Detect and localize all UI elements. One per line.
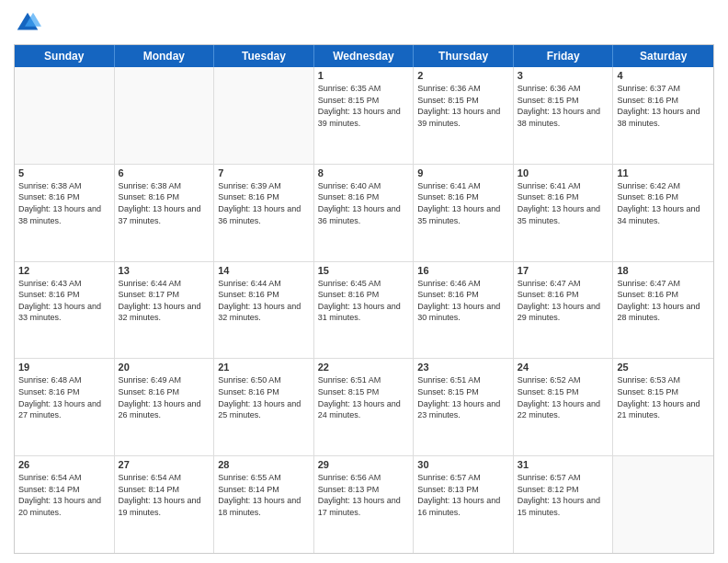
- day-number: 26: [18, 459, 110, 470]
- day-info: Sunrise: 6:45 AMSunset: 8:16 PMDaylight:…: [318, 278, 410, 324]
- calendar-cell: 1Sunrise: 6:35 AMSunset: 8:15 PMDaylight…: [314, 67, 415, 164]
- day-info: Sunrise: 6:39 AMSunset: 8:16 PMDaylight:…: [218, 180, 310, 226]
- day-number: 23: [417, 362, 509, 373]
- day-number: 25: [617, 362, 710, 373]
- logo-icon: [14, 9, 41, 37]
- day-info: Sunrise: 6:41 AMSunset: 8:16 PMDaylight:…: [518, 180, 609, 226]
- day-number: 9: [417, 167, 509, 178]
- day-number: 7: [218, 167, 310, 178]
- calendar-cell: 7Sunrise: 6:39 AMSunset: 8:16 PMDaylight…: [214, 165, 314, 261]
- header: [14, 9, 714, 37]
- day-number: 1: [318, 70, 410, 81]
- calendar-cell: 6Sunrise: 6:38 AMSunset: 8:16 PMDaylight…: [115, 165, 215, 261]
- day-number: 30: [417, 459, 509, 470]
- day-info: Sunrise: 6:44 AMSunset: 8:17 PMDaylight:…: [119, 278, 210, 324]
- calendar-cell: 13Sunrise: 6:44 AMSunset: 8:17 PMDayligh…: [115, 262, 215, 359]
- calendar-cell: 30Sunrise: 6:57 AMSunset: 8:13 PMDayligh…: [414, 456, 514, 553]
- calendar-header: SundayMondayTuesdayWednesdayThursdayFrid…: [15, 45, 713, 67]
- day-number: 22: [318, 362, 410, 373]
- day-number: 6: [119, 167, 210, 178]
- calendar-cell: 14Sunrise: 6:44 AMSunset: 8:16 PMDayligh…: [214, 262, 314, 359]
- calendar-row: 19Sunrise: 6:48 AMSunset: 8:16 PMDayligh…: [15, 359, 713, 456]
- day-number: 18: [617, 265, 710, 276]
- calendar-cell: 3Sunrise: 6:36 AMSunset: 8:15 PMDaylight…: [514, 67, 614, 164]
- day-info: Sunrise: 6:52 AMSunset: 8:15 PMDaylight:…: [518, 374, 609, 420]
- calendar-cell: 22Sunrise: 6:51 AMSunset: 8:15 PMDayligh…: [314, 359, 415, 455]
- day-number: 15: [318, 265, 410, 276]
- calendar-cell: 9Sunrise: 6:41 AMSunset: 8:16 PMDaylight…: [414, 165, 514, 261]
- day-number: 10: [518, 167, 609, 178]
- day-info: Sunrise: 6:37 AMSunset: 8:16 PMDaylight:…: [617, 83, 710, 129]
- cal-header-day: Tuesday: [214, 45, 314, 67]
- calendar-cell: 10Sunrise: 6:41 AMSunset: 8:16 PMDayligh…: [514, 165, 614, 261]
- logo: [14, 9, 45, 37]
- page: SundayMondayTuesdayWednesdayThursdayFrid…: [0, 0, 728, 563]
- calendar-cell: 29Sunrise: 6:56 AMSunset: 8:13 PMDayligh…: [314, 456, 415, 553]
- calendar-cell: 23Sunrise: 6:51 AMSunset: 8:15 PMDayligh…: [414, 359, 514, 455]
- calendar-cell: 2Sunrise: 6:36 AMSunset: 8:15 PMDaylight…: [414, 67, 514, 164]
- calendar-cell: 31Sunrise: 6:57 AMSunset: 8:12 PMDayligh…: [514, 456, 614, 553]
- day-number: 4: [617, 70, 710, 81]
- day-info: Sunrise: 6:47 AMSunset: 8:16 PMDaylight:…: [617, 278, 710, 324]
- calendar-cell: 17Sunrise: 6:47 AMSunset: 8:16 PMDayligh…: [514, 262, 614, 359]
- calendar-row: 26Sunrise: 6:54 AMSunset: 8:14 PMDayligh…: [15, 456, 713, 553]
- day-info: Sunrise: 6:38 AMSunset: 8:16 PMDaylight:…: [18, 180, 110, 226]
- calendar-row: 12Sunrise: 6:43 AMSunset: 8:16 PMDayligh…: [15, 262, 713, 360]
- day-number: 5: [18, 167, 110, 178]
- day-number: 17: [518, 265, 609, 276]
- day-number: 13: [119, 265, 210, 276]
- calendar: SundayMondayTuesdayWednesdayThursdayFrid…: [14, 44, 714, 554]
- day-number: 28: [218, 459, 310, 470]
- cal-header-day: Thursday: [414, 45, 514, 67]
- calendar-cell: 12Sunrise: 6:43 AMSunset: 8:16 PMDayligh…: [15, 262, 115, 359]
- calendar-body: 1Sunrise: 6:35 AMSunset: 8:15 PMDaylight…: [15, 67, 713, 553]
- day-info: Sunrise: 6:42 AMSunset: 8:16 PMDaylight:…: [617, 180, 710, 226]
- cal-header-day: Friday: [514, 45, 614, 67]
- day-number: 27: [119, 459, 210, 470]
- calendar-row: 1Sunrise: 6:35 AMSunset: 8:15 PMDaylight…: [15, 67, 713, 165]
- day-number: 21: [218, 362, 310, 373]
- day-info: Sunrise: 6:54 AMSunset: 8:14 PMDaylight:…: [18, 472, 110, 518]
- calendar-cell: 20Sunrise: 6:49 AMSunset: 8:16 PMDayligh…: [115, 359, 215, 455]
- day-info: Sunrise: 6:57 AMSunset: 8:12 PMDaylight:…: [518, 472, 609, 518]
- calendar-cell: 21Sunrise: 6:50 AMSunset: 8:16 PMDayligh…: [214, 359, 314, 455]
- day-info: Sunrise: 6:48 AMSunset: 8:16 PMDaylight:…: [18, 374, 110, 420]
- day-number: 24: [518, 362, 609, 373]
- day-info: Sunrise: 6:51 AMSunset: 8:15 PMDaylight:…: [417, 374, 509, 420]
- day-number: 20: [119, 362, 210, 373]
- day-info: Sunrise: 6:54 AMSunset: 8:14 PMDaylight:…: [119, 472, 210, 518]
- day-number: 19: [18, 362, 110, 373]
- day-info: Sunrise: 6:38 AMSunset: 8:16 PMDaylight:…: [119, 180, 210, 226]
- cal-header-day: Sunday: [15, 45, 115, 67]
- day-number: 8: [318, 167, 410, 178]
- day-number: 31: [518, 459, 609, 470]
- calendar-cell: 11Sunrise: 6:42 AMSunset: 8:16 PMDayligh…: [613, 165, 713, 261]
- day-number: 2: [417, 70, 509, 81]
- day-info: Sunrise: 6:43 AMSunset: 8:16 PMDaylight:…: [18, 278, 110, 324]
- calendar-cell: [15, 67, 115, 164]
- calendar-cell: 15Sunrise: 6:45 AMSunset: 8:16 PMDayligh…: [314, 262, 415, 359]
- cal-header-day: Wednesday: [314, 45, 415, 67]
- day-number: 29: [318, 459, 410, 470]
- day-number: 16: [417, 265, 509, 276]
- day-number: 14: [218, 265, 310, 276]
- calendar-cell: [115, 67, 215, 164]
- calendar-cell: 8Sunrise: 6:40 AMSunset: 8:16 PMDaylight…: [314, 165, 415, 261]
- calendar-cell: 16Sunrise: 6:46 AMSunset: 8:16 PMDayligh…: [414, 262, 514, 359]
- calendar-cell: 5Sunrise: 6:38 AMSunset: 8:16 PMDaylight…: [15, 165, 115, 261]
- calendar-cell: 27Sunrise: 6:54 AMSunset: 8:14 PMDayligh…: [115, 456, 215, 553]
- day-info: Sunrise: 6:56 AMSunset: 8:13 PMDaylight:…: [318, 472, 410, 518]
- day-info: Sunrise: 6:53 AMSunset: 8:15 PMDaylight:…: [617, 374, 710, 420]
- day-number: 11: [617, 167, 710, 178]
- day-info: Sunrise: 6:51 AMSunset: 8:15 PMDaylight:…: [318, 374, 410, 420]
- day-info: Sunrise: 6:49 AMSunset: 8:16 PMDaylight:…: [119, 374, 210, 420]
- calendar-cell: [613, 456, 713, 553]
- calendar-cell: [214, 67, 314, 164]
- day-info: Sunrise: 6:44 AMSunset: 8:16 PMDaylight:…: [218, 278, 310, 324]
- day-info: Sunrise: 6:36 AMSunset: 8:15 PMDaylight:…: [417, 83, 509, 129]
- calendar-cell: 26Sunrise: 6:54 AMSunset: 8:14 PMDayligh…: [15, 456, 115, 553]
- calendar-cell: 4Sunrise: 6:37 AMSunset: 8:16 PMDaylight…: [613, 67, 713, 164]
- calendar-row: 5Sunrise: 6:38 AMSunset: 8:16 PMDaylight…: [15, 165, 713, 262]
- calendar-cell: 25Sunrise: 6:53 AMSunset: 8:15 PMDayligh…: [613, 359, 713, 455]
- day-info: Sunrise: 6:57 AMSunset: 8:13 PMDaylight:…: [417, 472, 509, 518]
